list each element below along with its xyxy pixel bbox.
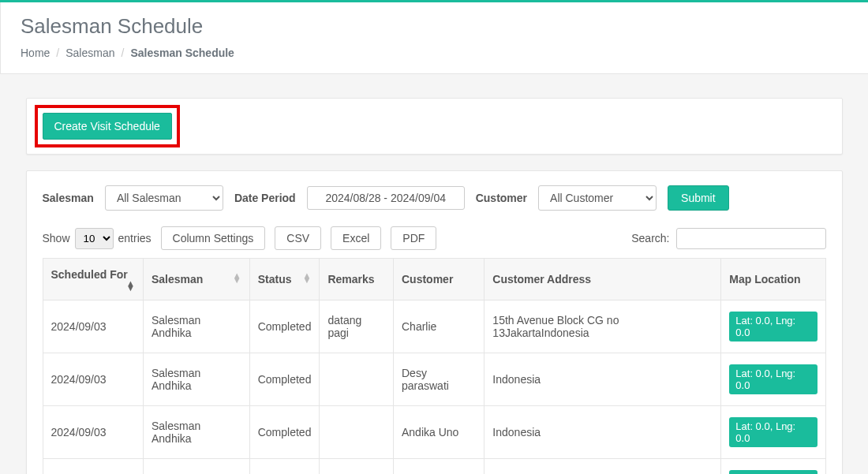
salesman-select[interactable]: All Salesman [105,185,223,211]
table-controls: Show 10 entries Column Settings CSV Exce… [43,226,826,250]
excel-button[interactable]: Excel [331,226,381,250]
sort-icon: ▲▼ [233,273,241,282]
cell-status: Completed [249,406,320,459]
breadcrumb-separator: / [122,47,125,59]
cell-map: Lat: 0.0, Lng: 0.0 [721,353,825,406]
cell-map: Lat: 0.0, Lng: 0.0 [721,459,825,475]
cell-address: Indonesia [485,353,721,406]
highlight-annotation: Create Visit Schedule [35,105,180,147]
pdf-button[interactable]: PDF [391,226,436,250]
filter-card: Salesman All Salesman Date Period Custom… [26,170,843,474]
show-entries: Show 10 entries [43,228,152,249]
breadcrumb-home[interactable]: Home [21,47,50,59]
sort-icon: ▲▼ [303,273,312,282]
search-box: Search: [631,228,825,249]
page-title: Salesman Schedule [21,14,848,39]
search-input[interactable] [676,228,826,249]
show-label: Show [43,232,70,244]
map-location-badge[interactable]: Lat: 0.0, Lng: 0.0 [729,470,817,474]
cell-status: Completed [249,353,320,406]
submit-button[interactable]: Submit [668,185,729,211]
cell-salesman: Salesman Albert [143,459,249,475]
create-visit-schedule-button[interactable]: Create Visit Schedule [43,113,172,140]
cell-scheduled-for: 2024/09/03 [43,300,143,353]
cell-salesman: Salesman Andhika [143,300,249,353]
cell-remarks [320,459,394,475]
page-header: Salesman Schedule Home / Salesman / Sale… [0,2,868,74]
cell-map: Lat: 0.0, Lng: 0.0 [721,406,825,459]
cell-map: Lat: 0.0, Lng: 0.0 [721,300,825,353]
customer-select[interactable]: All Customer [538,185,657,211]
page-size-select[interactable]: 10 [75,228,114,249]
table-row: 2024/09/04Salesman AlbertOn GoingRizky n… [43,459,825,475]
cell-salesman: Salesman Andhika [143,353,249,406]
customer-filter-label: Customer [476,192,527,204]
entries-label: entries [118,232,152,244]
breadcrumb-separator: / [56,47,59,59]
cell-status: On Going [249,459,320,475]
cell-address: Indonesia [485,459,721,475]
table-row: 2024/09/03Salesman AndhikaCompletedDesy … [43,353,825,406]
cell-customer: Charlie [393,300,484,353]
table-row: 2024/09/03Salesman AndhikaCompletedAndik… [43,406,825,459]
col-map-location[interactable]: Map Location [721,259,825,300]
breadcrumb: Home / Salesman / Salesman Schedule [21,47,848,59]
map-location-badge[interactable]: Lat: 0.0, Lng: 0.0 [729,312,817,342]
breadcrumb-salesman[interactable]: Salesman [65,47,114,59]
column-settings-button[interactable]: Column Settings [161,226,266,250]
salesman-filter-label: Salesman [43,192,94,204]
search-label: Search: [631,232,669,244]
breadcrumb-current: Salesman Schedule [130,47,234,59]
cell-status: Completed [249,300,320,353]
schedule-table: Scheduled For ▲▼ Salesman ▲▼ Status ▲▼ R… [43,258,826,474]
cell-scheduled-for: 2024/09/03 [43,406,143,459]
col-customer[interactable]: Customer [393,259,484,300]
col-salesman[interactable]: Salesman ▲▼ [143,259,249,300]
filter-row: Salesman All Salesman Date Period Custom… [43,185,826,211]
table-row: 2024/09/03Salesman AndhikaCompleteddatan… [43,300,825,353]
col-scheduled-for[interactable]: Scheduled For ▲▼ [43,259,143,300]
date-period-input[interactable] [307,186,465,210]
cell-customer: Andika Uno [393,406,484,459]
content-area: Create Visit Schedule Salesman All Sales… [0,74,868,474]
sort-icon: ▲▼ [126,281,135,290]
cell-scheduled-for: 2024/09/04 [43,459,143,475]
table-header-row: Scheduled For ▲▼ Salesman ▲▼ Status ▲▼ R… [43,259,825,300]
col-status[interactable]: Status ▲▼ [249,259,320,300]
left-controls: Show 10 entries Column Settings CSV Exce… [43,226,437,250]
col-remarks[interactable]: Remarks [320,259,394,300]
cell-customer: Rizky naryan [393,459,484,475]
map-location-badge[interactable]: Lat: 0.0, Lng: 0.0 [729,364,817,394]
cell-customer: Desy paraswati [393,353,484,406]
cell-remarks [320,406,394,459]
col-customer-address[interactable]: Customer Address [485,259,721,300]
cell-salesman: Salesman Andhika [143,406,249,459]
cell-remarks: datang pagi [320,300,394,353]
csv-button[interactable]: CSV [275,226,321,250]
map-location-badge[interactable]: Lat: 0.0, Lng: 0.0 [729,417,817,447]
cell-remarks [320,353,394,406]
date-period-label: Date Period [234,192,296,204]
create-card: Create Visit Schedule [26,98,843,155]
cell-address: 15th Avenue Block CG no 13JakartaIndones… [485,300,721,353]
cell-scheduled-for: 2024/09/03 [43,353,143,406]
cell-address: Indonesia [485,406,721,459]
